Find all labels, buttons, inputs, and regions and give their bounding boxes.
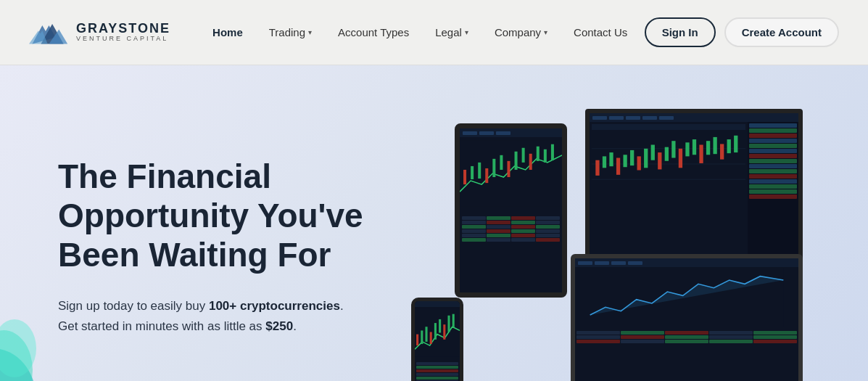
svg-rect-24: [685, 142, 689, 156]
hero-left: The Financial Opportunity You've Been Wa…: [58, 157, 435, 337]
company-chevron-icon: ▾: [544, 28, 547, 36]
navbar: GRAYSTONE VENTURE CAPITAL Home Trading ▾…: [0, 0, 868, 65]
svg-rect-13: [609, 152, 613, 166]
svg-rect-11: [595, 160, 599, 176]
svg-rect-42: [522, 148, 525, 163]
svg-rect-41: [515, 152, 518, 170]
tablet-device: [455, 123, 582, 298]
laptop-chart: [576, 269, 797, 327]
svg-rect-18: [644, 149, 648, 168]
nav-actions: Sign In Create Account: [645, 17, 839, 47]
svg-rect-35: [471, 166, 474, 179]
svg-rect-15: [623, 155, 627, 167]
svg-rect-48: [416, 335, 418, 346]
svg-rect-26: [699, 145, 703, 163]
hero-description: Sign up today to easily buy 100+ cryptoc…: [58, 296, 363, 337]
monitor-chart: [592, 131, 745, 197]
svg-rect-23: [679, 149, 682, 168]
svg-rect-36: [478, 163, 481, 179]
svg-rect-12: [603, 156, 606, 168]
svg-rect-43: [529, 154, 532, 170]
hero-right: [435, 94, 810, 381]
create-account-button[interactable]: Create Account: [724, 17, 839, 47]
logo-icon: [29, 18, 69, 47]
monitor-screen: [585, 109, 803, 261]
logo-text: GRAYSTONE VENTURE CAPITAL: [76, 22, 170, 44]
svg-rect-27: [706, 141, 710, 155]
svg-rect-20: [658, 152, 661, 169]
nav-account-types[interactable]: Account Types: [325, 0, 422, 65]
nav-contact[interactable]: Contact Us: [561, 0, 640, 65]
hero-title: The Financial Opportunity You've Been Wa…: [58, 157, 435, 275]
svg-rect-54: [443, 324, 445, 340]
svg-rect-16: [630, 150, 634, 165]
svg-rect-50: [425, 327, 427, 342]
svg-rect-34: [463, 170, 466, 184]
svg-rect-31: [734, 136, 737, 152]
hero-desc-bold1: 100+ cryptocurrencies: [209, 299, 340, 313]
hero-section: The Financial Opportunity You've Been Wa…: [0, 65, 868, 381]
phone-chart: [415, 307, 460, 358]
svg-rect-39: [500, 155, 503, 170]
svg-rect-52: [434, 323, 437, 340]
hero-desc-end: .: [293, 319, 297, 333]
main-nav: Home Trading ▾ Account Types Legal ▾ Com…: [199, 0, 645, 65]
svg-rect-29: [720, 144, 724, 159]
svg-rect-25: [693, 139, 696, 155]
tablet-chart: [460, 137, 562, 210]
legal-chevron-icon: ▾: [465, 28, 468, 36]
trading-chevron-icon: ▾: [308, 28, 312, 36]
laptop-device: [571, 254, 817, 381]
hero-desc-start: Sign up today to easily buy: [58, 299, 209, 313]
phone-screen: [411, 298, 463, 381]
svg-rect-21: [665, 147, 669, 161]
logo[interactable]: GRAYSTONE VENTURE CAPITAL: [29, 18, 170, 47]
svg-rect-40: [507, 161, 510, 177]
svg-rect-56: [452, 314, 455, 328]
svg-rect-53: [439, 319, 441, 333]
svg-rect-49: [421, 330, 423, 344]
svg-rect-19: [651, 145, 655, 160]
svg-rect-51: [430, 332, 432, 344]
signin-button[interactable]: Sign In: [645, 17, 716, 47]
svg-rect-30: [727, 139, 731, 153]
devices-mockup: [411, 109, 832, 381]
hero-desc-bold2: $250: [265, 319, 293, 333]
laptop-screen: [571, 254, 803, 381]
nav-legal[interactable]: Legal ▾: [422, 0, 481, 65]
svg-rect-28: [713, 137, 716, 154]
svg-rect-17: [637, 156, 641, 170]
svg-rect-14: [616, 158, 620, 175]
tablet-screen: [455, 123, 567, 298]
svg-rect-45: [544, 149, 547, 163]
nav-home[interactable]: Home: [199, 0, 256, 65]
svg-rect-38: [492, 159, 495, 177]
nav-company[interactable]: Company ▾: [481, 0, 561, 65]
svg-rect-55: [447, 316, 450, 332]
svg-rect-46: [551, 144, 554, 160]
phone-device: [411, 298, 469, 381]
brand-name: GRAYSTONE: [76, 22, 170, 36]
svg-rect-22: [671, 141, 675, 157]
svg-rect-44: [537, 147, 540, 161]
brand-tagline: VENTURE CAPITAL: [76, 36, 170, 43]
deco-shape: [0, 283, 58, 381]
svg-rect-37: [485, 168, 488, 183]
nav-trading[interactable]: Trading ▾: [256, 0, 325, 65]
